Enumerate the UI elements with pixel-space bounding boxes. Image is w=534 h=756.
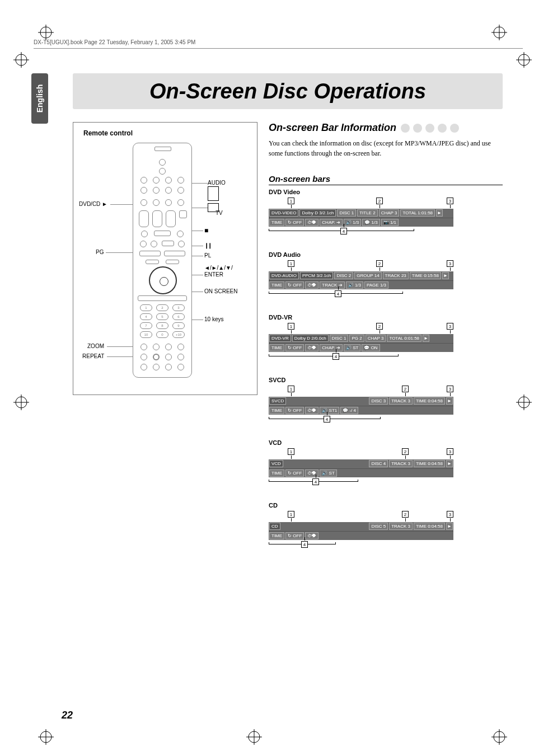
bar-cell: ↻ OFF: [285, 219, 304, 226]
bar-block: DVD-VR123DVD-VRDolby D 2/0.0chDISC 1PG 2…: [269, 314, 503, 364]
bar-cell: 🔊 ST: [320, 469, 336, 477]
bar-cell: ►: [436, 209, 443, 217]
bar-cell: TOTAL 1:01:58: [400, 209, 435, 217]
bar-cell: TIME 0:04:58: [414, 460, 445, 467]
bar-cell: TIME: [269, 344, 284, 351]
bar-cell: VCD: [269, 460, 283, 467]
bar-cell: DISC 4: [369, 460, 388, 467]
crop-mark-icon: [516, 395, 532, 410]
label-repeat: REPEAT: [82, 353, 104, 359]
bar-cell: TRACK 3: [389, 523, 413, 530]
bar-cell: ⏱➔: [305, 469, 318, 477]
language-tab: English: [31, 73, 48, 124]
bar-cell: TOTAL 0:01:58: [387, 335, 421, 342]
crop-mark-icon: [13, 52, 29, 68]
page-number: 22: [62, 710, 73, 721]
crop-mark-icon: [38, 25, 54, 40]
bar-block: DVD Audio123DVD-AUDIOPPCM 3/2.1chDISC 2G…: [269, 251, 503, 302]
bar-cell: PPCM 3/2.1ch: [300, 272, 334, 279]
crop-mark-icon: [516, 52, 532, 68]
bar-cell: ↻ OFF: [285, 532, 304, 539]
bar-cell: TIME: [269, 469, 284, 477]
bar-cell: Dolby D 2/0.0ch: [292, 335, 329, 342]
crop-mark-icon: [491, 729, 507, 745]
bar-block: SVCD123SVCDDISC 3TRACK 3TIME 0:04:58►TIM…: [269, 377, 503, 427]
section-dots: [401, 124, 459, 133]
bar-cell: 💬 -/ 4: [340, 407, 358, 414]
crop-mark-icon: [246, 729, 262, 745]
bar-cell: DVD-VR: [269, 335, 291, 342]
bar-cell: 🔊 ST1: [320, 407, 339, 414]
frame-header-rule: [34, 48, 523, 49]
bar-cell: ►: [446, 397, 453, 405]
section-title: On-screen Bar Information: [269, 122, 396, 134]
bar-cell: ⏱➔: [305, 407, 318, 414]
bar-cell: ⏱➔: [305, 344, 318, 351]
bar-cell: DISC 1: [337, 209, 356, 217]
language-label: English: [35, 84, 44, 113]
label-arrows: ◄/►/▲/▼/: [204, 265, 233, 271]
label-stop: ■: [204, 227, 208, 234]
tv-icon: [208, 203, 219, 212]
remote-title: Remote control: [79, 129, 251, 137]
bar-cell: 📷 1/1: [381, 219, 399, 226]
page-title: On-Screen Disc Operations: [149, 79, 426, 104]
audio-icon: [208, 186, 219, 201]
bar-cell: CHAP 3: [366, 335, 386, 342]
bar-cell: CHAP 3: [379, 209, 400, 217]
bar-cell: TIME 0:15:58: [410, 272, 441, 279]
bar-cell: DISC 5: [369, 523, 388, 530]
bar-cell: ⏱➔: [305, 532, 318, 539]
remote-control-panel: Remote control DVD/CD ► PG ZOOM REPEAT A…: [73, 122, 257, 395]
section-heading: On-screen Bar Information: [269, 122, 503, 134]
bar-cell: TIME: [269, 219, 284, 226]
subsection-title: On-screen bars: [269, 174, 503, 185]
bar-cell: ↻ OFF: [285, 344, 304, 351]
bar-cell: TITLE 2: [357, 209, 377, 217]
bar-cell: 🔊 1/3: [344, 219, 361, 226]
label-pg: PG: [96, 249, 104, 255]
bar-cell: ►: [442, 272, 449, 279]
label-dvdcd: DVD/CD ►: [79, 201, 107, 207]
bar-cell: TRACK ➔: [320, 281, 344, 289]
bar-cell: ⏱➔: [305, 281, 318, 289]
bar-name: VCD: [269, 439, 503, 446]
bar-cell: 💬 1/3: [362, 219, 380, 226]
bar-cell: CHAP. ➔: [320, 219, 343, 226]
crop-mark-icon: [13, 395, 29, 410]
bar-name: CD: [269, 502, 503, 509]
bar-cell: ↻ OFF: [285, 407, 304, 414]
bar-cell: DVD-AUDIO: [269, 272, 299, 279]
label-tenkeys: 10 keys: [204, 316, 223, 322]
bar-cell: CD: [269, 523, 280, 530]
page-title-bar: On-Screen Disc Operations: [73, 73, 503, 109]
bar-cell: CHAP. ➔: [320, 344, 343, 351]
bar-cell: 🔊 1/3: [346, 281, 363, 289]
label-audio: AUDIO: [208, 180, 226, 186]
bar-block: VCD123VCDDISC 4TRACK 3TIME 0:04:58►TIME↻…: [269, 439, 503, 490]
label-onscreen: ON SCREEN: [204, 288, 237, 294]
bar-cell: PG 2: [349, 335, 364, 342]
bar-cell: TIME 0:04:58: [414, 523, 445, 530]
bar-cell: DISC 2: [334, 272, 353, 279]
bar-cell: 🔊 ST: [344, 344, 360, 351]
bar-block: CD123CDDISC 5TRACK 3TIME 0:04:58►TIME↻ O…: [269, 502, 503, 552]
bar-cell: ►: [446, 523, 453, 530]
bar-name: SVCD: [269, 377, 503, 383]
frame-header-text: DX-T5[UGUX].book Page 22 Tuesday, Februa…: [34, 39, 523, 45]
label-enter: ENTER: [204, 271, 223, 278]
bar-cell: TRACK 23: [383, 272, 409, 279]
bar-cell: TIME: [269, 532, 284, 539]
remote-body: 123 456 789 100+10: [133, 143, 192, 378]
bar-cell: GROUP 14: [354, 272, 381, 279]
bar-cell: DVD-VIDEO: [269, 209, 298, 217]
bar-cell: Dolby D 3/2.1ch: [299, 209, 336, 217]
bar-cell: PAGE 1/3: [364, 281, 388, 289]
label-zoom: ZOOM: [87, 343, 104, 349]
crop-mark-icon: [38, 729, 54, 745]
bar-cell: TRACK 3: [389, 397, 413, 405]
bar-cell: ↻ OFF: [285, 469, 304, 477]
crop-mark-icon: [491, 25, 507, 40]
section-intro: You can check the information on disc (e…: [269, 138, 503, 158]
bar-cell: TIME 0:04:58: [414, 397, 445, 405]
